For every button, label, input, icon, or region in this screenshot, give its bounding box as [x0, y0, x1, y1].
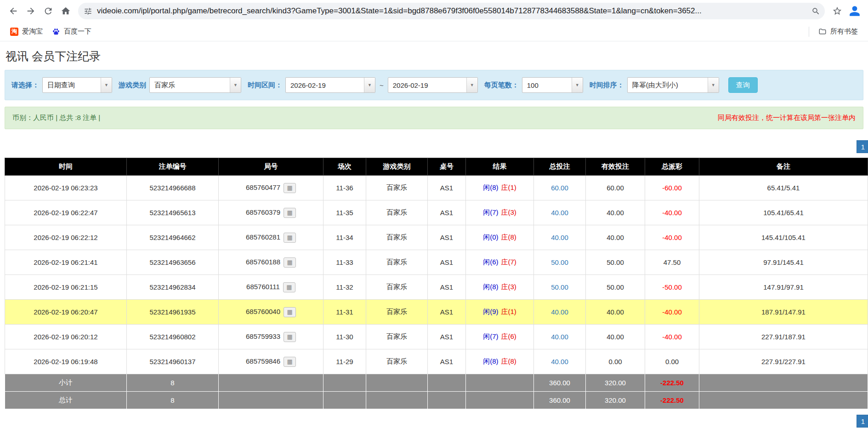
- back-icon: [8, 6, 18, 16]
- cell-bet-number: 523214962834: [127, 275, 219, 300]
- cell-total-bet[interactable]: 40.00: [534, 325, 586, 349]
- chevron-down-icon[interactable]: ▼: [364, 78, 375, 92]
- chevron-down-icon[interactable]: ▼: [708, 78, 719, 92]
- bookmark-baidu[interactable]: 百度一下: [47, 25, 96, 38]
- currency-total-text: 币别：人民币 | 总共 :8 注单 |: [12, 114, 100, 122]
- cell-game-type: 百家乐: [366, 275, 428, 300]
- all-bookmarks-button[interactable]: 所有书签: [814, 25, 862, 38]
- chevron-down-icon[interactable]: ▼: [230, 78, 241, 92]
- cell-total-bet[interactable]: 40.00: [534, 200, 586, 225]
- folder-icon: [818, 28, 827, 36]
- cell-total-bet[interactable]: 40.00: [534, 300, 586, 325]
- roadmap-icon-button[interactable]: ▦: [284, 233, 296, 243]
- page-1-button[interactable]: 1: [857, 140, 868, 153]
- refresh-button[interactable]: [40, 2, 57, 20]
- cell-payout: -40.00: [645, 225, 699, 250]
- result-banker: 庄(8): [501, 357, 516, 365]
- cell-round-number: 685760379▦: [219, 200, 323, 225]
- bookmark-star-button[interactable]: [828, 2, 846, 20]
- chevron-down-icon[interactable]: ▼: [466, 78, 477, 92]
- column-header: 场次: [323, 158, 366, 176]
- cell-time: 2026-02-19 06:22:12: [5, 225, 127, 250]
- result-banker: 庄(8): [501, 233, 516, 241]
- cell-payout: 0.00: [645, 349, 699, 374]
- cell-remark: 145.41/105.41: [699, 225, 868, 250]
- bet-records-table: 时间注单编号局号场次游戏类别桌号结果总投注有效投注总派彩备注 2026-02-1…: [5, 158, 868, 409]
- cell-table-number: AS1: [428, 176, 466, 200]
- cell-time: 2026-02-19 06:20:12: [5, 325, 127, 349]
- chevron-down-icon[interactable]: ▼: [572, 78, 583, 92]
- forward-icon: [26, 6, 36, 16]
- bookmark-label: 爱淘宝: [22, 27, 43, 36]
- summary-payout: -222.50: [645, 392, 699, 409]
- roadmap-icon-button[interactable]: ▦: [284, 183, 296, 193]
- sort-order-select[interactable]: 降幂(由大到小) ▼: [627, 77, 719, 93]
- sort-order-value: 降幂(由大到小): [628, 78, 708, 92]
- bookmarks-bar: 淘 爱淘宝 百度一下 所有书签: [0, 22, 868, 41]
- address-bar[interactable]: videoie.com/ipl/portal.php/game/betrecor…: [78, 3, 825, 19]
- forward-button[interactable]: [22, 2, 40, 20]
- roadmap-icon-button[interactable]: ▦: [283, 282, 295, 292]
- game-type-select[interactable]: 百家乐 ▼: [149, 77, 241, 93]
- column-header: 游戏类别: [366, 158, 428, 176]
- bookmark-taobao[interactable]: 淘 爱淘宝: [6, 25, 47, 38]
- profile-button[interactable]: [846, 2, 863, 20]
- refresh-icon: [43, 6, 53, 16]
- cell-game-type: 百家乐: [366, 176, 428, 200]
- cell-total-bet[interactable]: 40.00: [534, 349, 586, 374]
- date-from-select[interactable]: 2026-02-19 ▼: [285, 77, 375, 93]
- cell-remark: 227.91/227.91: [699, 349, 868, 374]
- zoom-icon[interactable]: [811, 7, 820, 16]
- cell-result: 闲(7)庄(3): [466, 200, 534, 225]
- url-text[interactable]: videoie.com/ipl/portal.php/game/betrecor…: [97, 6, 807, 16]
- cell-valid-bet: 40.00: [586, 325, 645, 349]
- roadmap-icon: ▦: [287, 359, 292, 365]
- page-title: 视讯 会员下注纪录: [6, 49, 868, 64]
- cell-total-bet[interactable]: 60.00: [534, 176, 586, 200]
- cell-game-type: 百家乐: [366, 250, 428, 275]
- taobao-icon: 淘: [10, 28, 18, 36]
- query-type-select[interactable]: 日期查询 ▼: [42, 77, 112, 93]
- back-button[interactable]: [5, 2, 22, 20]
- cell-time: 2026-02-19 06:22:47: [5, 200, 127, 225]
- table-row: 2026-02-19 06:19:48523214960137685759846…: [5, 349, 868, 374]
- roadmap-icon-button[interactable]: ▦: [284, 357, 296, 367]
- cell-round-number: 685760477▦: [219, 176, 323, 200]
- roadmap-icon-button[interactable]: ▦: [284, 307, 296, 317]
- summary-valid-bet: 320.00: [586, 392, 645, 409]
- cell-total-bet[interactable]: 50.00: [534, 250, 586, 275]
- table-row: 2026-02-19 06:20:47523214961935685760040…: [5, 300, 868, 325]
- table-row: 2026-02-19 06:21:41523214963656685760188…: [5, 250, 868, 275]
- chevron-down-icon[interactable]: ▼: [101, 78, 112, 92]
- table-row: 2026-02-19 06:20:12523214960802685759933…: [5, 325, 868, 349]
- cell-total-bet[interactable]: 50.00: [534, 275, 586, 300]
- table-row: 2026-02-19 06:22:12523214964662685760281…: [5, 225, 868, 250]
- column-header: 注单编号: [127, 158, 219, 176]
- summary-total-bet: 360.00: [534, 374, 586, 392]
- cell-table-number: AS1: [428, 300, 466, 325]
- roadmap-icon-button[interactable]: ▦: [284, 332, 296, 342]
- site-settings-icon[interactable]: [84, 7, 92, 16]
- roadmap-icon-button[interactable]: ▦: [284, 208, 296, 218]
- page-size-select[interactable]: 100 ▼: [522, 77, 583, 93]
- date-to-select[interactable]: 2026-02-19 ▼: [388, 77, 478, 93]
- cell-game-type: 百家乐: [366, 200, 428, 225]
- result-banker: 庄(1): [501, 308, 516, 315]
- cell-game-type: 百家乐: [366, 349, 428, 374]
- roadmap-icon-button[interactable]: ▦: [284, 257, 296, 268]
- cell-table-number: AS1: [428, 200, 466, 225]
- date-from-value: 2026-02-19: [286, 78, 364, 92]
- query-button[interactable]: 查询: [728, 77, 758, 93]
- table-header-row: 时间注单编号局号场次游戏类别桌号结果总投注有效投注总派彩备注: [5, 158, 868, 176]
- home-button[interactable]: [57, 2, 74, 20]
- result-player: 闲(0): [483, 233, 498, 241]
- cell-valid-bet: 50.00: [586, 275, 645, 300]
- pagination-bottom: 1: [5, 415, 868, 428]
- cell-game-type: 百家乐: [366, 225, 428, 250]
- table-row: 2026-02-19 06:22:47523214965613685760379…: [5, 200, 868, 225]
- summary-payout: -222.50: [645, 374, 699, 392]
- page-1-button[interactable]: 1: [857, 415, 868, 428]
- cell-result: 闲(6)庄(7): [466, 250, 534, 275]
- cell-bet-number: 523214966688: [127, 176, 219, 200]
- cell-total-bet[interactable]: 40.00: [534, 225, 586, 250]
